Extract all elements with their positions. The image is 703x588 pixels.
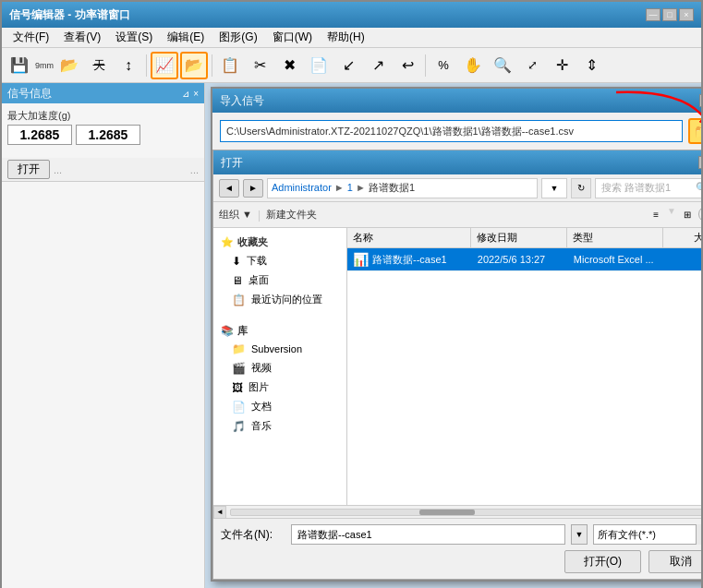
crumb-2[interactable]: 1 [347, 182, 353, 193]
favorites-section: ⭐ 收藏夹 ⬇ 下载 🖥 桌面 [213, 234, 346, 309]
file-path-bar-container: 📁 [212, 113, 701, 150]
menu-file[interactable]: 文件(F) [6, 28, 56, 47]
toolbar-sep: | [258, 209, 261, 222]
menu-help[interactable]: 帮助(H) [320, 28, 372, 47]
breadcrumb: Administrator ► 1 ► 路谱数据1 [272, 181, 415, 195]
toolbar-adjust[interactable]: ⇕ [577, 52, 605, 79]
panel-pin-icon[interactable]: ⊿ [182, 89, 189, 99]
download-icon: ⬇ [232, 255, 241, 268]
browser-title: 打开 [221, 155, 243, 171]
toolbar-cut[interactable]: ✂ [246, 52, 273, 79]
address-path-box[interactable]: Administrator ► 1 ► 路谱数据1 [267, 178, 538, 198]
toolbar-close-all[interactable]: 天 [85, 52, 113, 79]
scroll-left-button[interactable]: ◄ [213, 506, 226, 519]
browser-close-button[interactable]: × [698, 156, 701, 169]
maximize-button[interactable]: □ [662, 8, 677, 21]
toolbar-zoom-fit[interactable]: ⤢ [518, 52, 546, 79]
crumb-1[interactable]: Administrator [272, 182, 332, 193]
sidebar-item-video[interactable]: 🎬 视频 [213, 358, 346, 378]
filetype-dropdown-button[interactable]: ▼ [696, 524, 701, 545]
title-bar-controls: — □ × [646, 8, 694, 21]
filename-dropdown-button[interactable]: ▼ [571, 524, 588, 545]
filetype-select[interactable]: 所有文件(*.*) ▼ [593, 524, 701, 545]
menu-edit[interactable]: 编辑(E) [160, 28, 212, 47]
browse-button[interactable]: 📁 [688, 118, 701, 144]
file-list: 名称 修改日期 类型 大小 📊 路谱数据--case1 2022/5/ [347, 228, 701, 505]
minimize-button[interactable]: — [646, 8, 661, 21]
menu-window[interactable]: 窗口(W) [265, 28, 320, 47]
menu-view[interactable]: 查看(V) [56, 28, 108, 47]
horizontal-scrollbar[interactable]: ◄ ► [213, 505, 701, 518]
toolbar-paste[interactable]: 📄 [305, 52, 333, 79]
filename-input[interactable] [291, 524, 565, 545]
toolbar-save[interactable]: 💾 [6, 52, 33, 79]
toolbar-percent[interactable]: % [430, 52, 457, 79]
import-dialog-title: 导入信号 [220, 93, 264, 109]
view-list-button[interactable]: ≡ [647, 206, 665, 224]
sidebar-item-recent[interactable]: 📋 最近访问的位置 [213, 290, 346, 309]
scroll-thumb[interactable] [419, 510, 475, 515]
sidebar-item-picture[interactable]: 🖼 图片 [213, 378, 346, 397]
scroll-track[interactable] [230, 509, 701, 516]
view-grid-button[interactable]: ⊞ [678, 206, 697, 224]
browser-main: ⭐ 收藏夹 ⬇ 下载 🖥 桌面 [213, 228, 701, 505]
sidebar-item-music[interactable]: 🎵 音乐 [213, 416, 346, 436]
sidebar-item-download[interactable]: ⬇ 下载 [213, 251, 346, 270]
max-accel-label: 最大加速度(g) [7, 109, 199, 123]
open-confirm-button[interactable]: 打开(O) [564, 550, 641, 573]
sidebar-item-document[interactable]: 📄 文档 [213, 397, 346, 416]
recent-icon: 📋 [232, 294, 246, 306]
panel-title-icons: ⊿ × [182, 89, 199, 99]
address-dropdown-button[interactable]: ▼ [541, 178, 567, 198]
signal-value-1: 1.2685 [7, 125, 72, 145]
search-placeholder: 搜索 路谱数据1 [601, 181, 671, 195]
file-list-header: 名称 修改日期 类型 大小 [347, 228, 701, 248]
star-icon: ⭐ [221, 236, 234, 248]
back-button[interactable]: ◄ [219, 179, 239, 198]
panel-close-icon[interactable]: × [193, 89, 199, 99]
organize-button[interactable]: 组织 ▼ [219, 208, 252, 222]
col-header-size[interactable]: 大小 [663, 228, 701, 247]
toolbar-undo[interactable]: ↩ [394, 52, 421, 79]
toolbar-open[interactable]: 📂 [55, 52, 83, 79]
address-bar: ◄ ► Administrator ► 1 ► 路谱数据1 ▼ [213, 174, 701, 202]
toolbar-insert[interactable]: ↙ [334, 52, 362, 79]
col-header-date[interactable]: 修改日期 [471, 228, 567, 247]
close-button[interactable]: × [679, 8, 694, 21]
toolbar-zoom-in[interactable]: 🔍 [489, 52, 516, 79]
address-refresh-button[interactable]: ↻ [571, 178, 591, 198]
help-button[interactable]: ? [698, 206, 701, 222]
toolbar-delete[interactable]: ✖ [275, 52, 303, 79]
sidebar-item-desktop[interactable]: 🖥 桌面 [213, 270, 346, 290]
cancel-button[interactable]: 取消 [648, 550, 701, 573]
toolbar-folder-open[interactable]: 📂 [180, 52, 208, 79]
import-dialog-close[interactable]: × [699, 94, 701, 107]
forward-button[interactable]: ► [243, 179, 263, 198]
crumb-3[interactable]: 路谱数据1 [369, 182, 415, 193]
new-folder-button[interactable]: 新建文件夹 [266, 208, 317, 222]
col-header-type[interactable]: 类型 [567, 228, 663, 247]
toolbar-hand[interactable]: ✋ [459, 52, 487, 79]
menu-bar: 文件(F) 查看(V) 设置(S) 编辑(E) 图形(G) 窗口(W) 帮助(H… [2, 28, 701, 48]
toolbar-sep1 [146, 54, 147, 77]
open-button[interactable]: 打开 [7, 160, 50, 179]
filetype-label: 所有文件(*.*) [594, 528, 696, 542]
col-header-name[interactable]: 名称 [347, 228, 471, 247]
video-icon: 🎬 [232, 362, 246, 375]
toolbar-append[interactable]: ↗ [364, 52, 392, 79]
document-icon: 📄 [232, 401, 246, 414]
menu-graph[interactable]: 图形(G) [212, 28, 264, 47]
toolbar-crosshair[interactable]: ✛ [548, 52, 576, 79]
file-path-input[interactable] [220, 120, 683, 142]
right-area: 导入信号 × 📁 [205, 83, 701, 588]
toolbar-waveform[interactable]: 📈 [151, 52, 178, 79]
signal-values: 1.2685 1.2685 [7, 125, 199, 145]
signal-content: 最大加速度(g) 1.2685 1.2685 [2, 103, 204, 158]
toolbar-label: 9mm [35, 61, 54, 70]
menu-settings[interactable]: 设置(S) [108, 28, 160, 47]
table-row[interactable]: 📊 路谱数据--case1 2022/5/6 13:27 Microsoft E… [347, 248, 701, 271]
toolbar-pin[interactable]: ↕ [115, 52, 142, 79]
toolbar-copy[interactable]: 📋 [216, 52, 244, 79]
sidebar-item-subversion[interactable]: 📁 Subversion [213, 340, 346, 358]
search-box[interactable]: 搜索 路谱数据1 🔍 [595, 178, 701, 198]
